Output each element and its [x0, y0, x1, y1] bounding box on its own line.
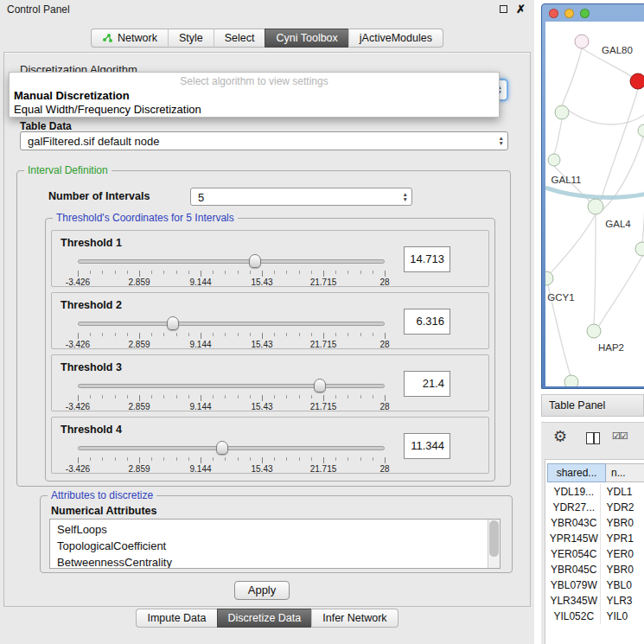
apply-button[interactable]: Apply: [234, 581, 290, 600]
gear-icon[interactable]: ⚙: [553, 428, 567, 445]
dropdown-placeholder-option[interactable]: Select algorithm to view settings: [10, 75, 499, 87]
tab-network[interactable]: Network: [91, 29, 168, 48]
combo-stepper-icon: ▲▼: [499, 136, 504, 146]
cell-name[interactable]: YBR0: [601, 515, 644, 531]
slider-ruler: [78, 271, 385, 277]
cell-name[interactable]: YDR2: [601, 500, 644, 515]
close-icon[interactable]: ✗: [516, 4, 526, 14]
table-panel-header[interactable]: Table Panel: [541, 394, 644, 417]
tab-select[interactable]: Select: [214, 29, 265, 48]
table-row[interactable]: YER054CYER0: [547, 546, 644, 562]
slider-track[interactable]: [78, 322, 385, 326]
cell-name[interactable]: YPR1: [601, 531, 644, 546]
slider-thumb[interactable]: [216, 441, 228, 455]
attribute-list-item[interactable]: TopologicalCoefficient: [50, 538, 500, 554]
cell-name[interactable]: YDL1: [601, 484, 644, 500]
network-node[interactable]: [545, 271, 553, 285]
cell-shared-name[interactable]: YBR045C: [547, 562, 601, 577]
network-canvas[interactable]: GAL80 GAL11 GAL4 GCY1 HAP2: [545, 22, 644, 386]
column-header-name[interactable]: n...: [606, 463, 644, 482]
list-scrollbar[interactable]: [488, 520, 500, 568]
network-node[interactable]: [555, 105, 569, 119]
number-of-intervals-select[interactable]: 5 ▲▼: [190, 188, 412, 206]
cell-shared-name[interactable]: YIL052C: [547, 609, 601, 624]
threshold-value-field[interactable]: 14.713: [404, 246, 450, 272]
tab-jactivemodules[interactable]: jActiveModules: [348, 29, 443, 48]
cell-name[interactable]: YBL0: [601, 577, 644, 593]
cell-name[interactable]: YBR0: [601, 562, 644, 577]
numerical-attributes-label: Numerical Attributes: [51, 505, 156, 517]
cell-shared-name[interactable]: YBR043C: [547, 515, 601, 531]
cell-shared-name[interactable]: YDR27...: [547, 500, 601, 515]
threshold-value-field[interactable]: 21.4: [404, 371, 450, 397]
network-view-window[interactable]: GAL80 GAL11 GAL4 GCY1 HAP2: [541, 3, 644, 389]
table-data-label: Table Data: [20, 120, 72, 132]
tab-infer-network[interactable]: Infer Network: [311, 609, 398, 628]
slider-scale: -3.4262.8599.14415.4321.71528: [78, 277, 385, 288]
network-node[interactable]: [548, 154, 560, 166]
network-node[interactable]: [564, 375, 578, 386]
network-node[interactable]: [575, 35, 589, 48]
threshold-slider[interactable]: -3.4262.8599.14415.4321.71528: [78, 379, 385, 411]
tab-impute-data[interactable]: Impute Data: [136, 609, 216, 628]
tab-cyni-toolbox[interactable]: Cyni Toolbox: [265, 29, 348, 48]
network-node-selected[interactable]: [630, 73, 644, 89]
threshold-slider[interactable]: -3.4262.8599.14415.4321.71528: [78, 441, 385, 474]
network-node[interactable]: [635, 242, 644, 256]
table-row[interactable]: YBR043CYBR0: [547, 515, 644, 531]
slider-thumb[interactable]: [314, 379, 326, 392]
thresholds-container: Threshold 1-3.4262.8599.14415.4321.71528…: [51, 230, 489, 481]
table-row[interactable]: YBL079WYBL0: [547, 577, 644, 593]
numerical-attributes-list[interactable]: SelfLoopsTopologicalCoefficientBetweenne…: [49, 519, 501, 569]
columns-icon[interactable]: [586, 432, 600, 444]
scrollbar-thumb[interactable]: [489, 520, 499, 557]
cell-shared-name[interactable]: YER054C: [547, 546, 601, 562]
attribute-list-item[interactable]: SelfLoops: [50, 521, 500, 538]
slider-thumb[interactable]: [249, 254, 261, 268]
threshold-slider[interactable]: -3.4262.8599.14415.4321.71528: [78, 254, 385, 287]
table-row[interactable]: YIL052CYIL0: [547, 609, 644, 624]
table-row[interactable]: YPR145WYPR1: [547, 531, 644, 546]
tab-label: Discretize Data: [228, 612, 302, 624]
threshold-slider[interactable]: -3.4262.8599.14415.4321.71528: [78, 316, 385, 349]
tab-discretize-data[interactable]: Discretize Data: [217, 609, 312, 628]
table-row[interactable]: YDR27...YDR2: [547, 500, 644, 515]
scale-label: 15.43: [251, 277, 272, 287]
cell-shared-name[interactable]: YLR345W: [547, 593, 601, 609]
table-row[interactable]: YBR045CYBR0: [547, 562, 644, 577]
threshold-value-field[interactable]: 11.344: [404, 433, 450, 459]
major-tick: [323, 457, 324, 463]
select-checkboxes-icon[interactable]: ☑☑: [612, 430, 628, 442]
dropdown-option-equal-width-frequency[interactable]: Equal Width/Frequency Discretization: [14, 103, 201, 116]
slider-thumb[interactable]: [167, 316, 179, 330]
table-data-select[interactable]: galFiltered.sif default node ▲▼: [20, 131, 508, 150]
float-window-icon[interactable]: [500, 5, 507, 13]
minimize-traffic-light-icon[interactable]: [564, 9, 574, 18]
node-label: HAP2: [598, 342, 624, 353]
table-panel-window: ⚙ ☑☑ shared... n... YDL19...YDL1YDR27...…: [541, 422, 644, 644]
cell-name[interactable]: YLR3: [601, 593, 644, 609]
tab-style[interactable]: Style: [168, 29, 214, 48]
threshold-value-field[interactable]: 6.316: [404, 309, 450, 335]
slider-track[interactable]: [78, 259, 385, 264]
cell-shared-name[interactable]: YBL079W: [547, 577, 601, 593]
network-node[interactable]: [587, 324, 601, 338]
dropdown-option-manual-discretization[interactable]: Manual Discretization: [14, 89, 130, 102]
tab-label: Network: [118, 32, 157, 44]
scale-label: 9.144: [189, 340, 211, 349]
major-tick: [78, 395, 79, 401]
cell-name[interactable]: YIL0: [601, 609, 644, 624]
slider-track[interactable]: [78, 446, 385, 450]
attribute-list-item[interactable]: BetweennessCentrality: [50, 554, 500, 569]
cell-shared-name[interactable]: YPR145W: [547, 531, 601, 546]
network-node[interactable]: [638, 124, 644, 137]
table-row[interactable]: YLR345WYLR3: [547, 593, 644, 609]
network-node[interactable]: [588, 199, 603, 214]
table-row[interactable]: YDL19...YDL1: [547, 484, 644, 500]
cell-shared-name[interactable]: YDL19...: [547, 484, 601, 500]
cell-name[interactable]: YER0: [601, 546, 644, 562]
column-header-shared-name[interactable]: shared...: [547, 463, 606, 482]
zoom-traffic-light-icon[interactable]: [580, 9, 590, 18]
slider-track[interactable]: [78, 384, 385, 388]
close-traffic-light-icon[interactable]: [549, 9, 558, 18]
